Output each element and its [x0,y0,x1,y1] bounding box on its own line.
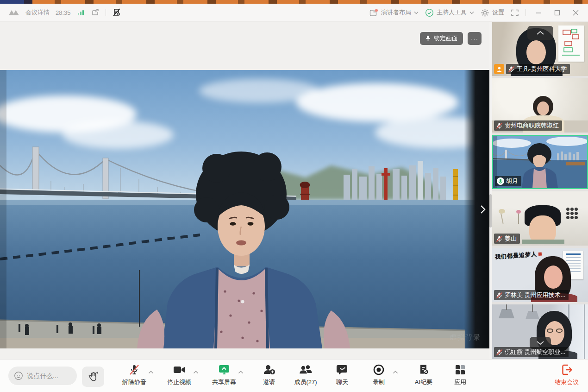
participant-tile[interactable]: 姜山 [492,191,588,246]
participant-tile[interactable]: 王凡-贵州医科大学 [492,22,588,76]
co-host-badge [494,64,504,74]
background-window-strip [0,0,588,4]
apps-button[interactable]: 应用 [448,364,472,386]
layout-icon [369,9,378,17]
mic-muted-icon [496,292,503,299]
quick-message-box[interactable] [8,367,77,385]
meeting-window: 会议详情 28:35 [0,0,588,392]
participant-tile[interactable]: 贵州电商职院韩淑红 [492,78,588,133]
pin-view-button[interactable]: 锁定画面 [420,32,463,45]
ai-notes-off-icon[interactable] [112,8,121,17]
scrollbar-thumb[interactable] [489,194,492,228]
record-button[interactable]: 录制 [367,364,391,386]
close-button[interactable] [569,6,582,19]
raise-hand-button[interactable] [82,367,104,387]
invite-person-icon [263,364,275,376]
end-meeting-button[interactable]: 结束会议 [555,364,579,386]
minimize-button[interactable] [532,6,544,19]
record-icon [373,364,385,376]
participants-sidebar: 王凡-贵州医科大学 贵州电商职院韩淑红 [492,22,588,359]
share-screen-options-caret[interactable] [237,367,244,376]
leave-meeting-icon [561,364,573,376]
fullscreen-icon[interactable] [511,9,519,17]
meeting-timer: 28:35 [56,9,71,16]
titlebar-divider [106,9,106,16]
host-tools-button[interactable]: 主持人工具 [425,8,474,17]
main-stage: 锁定画面 ··· [0,22,489,359]
virtual-background-art [0,70,489,348]
chat-bubble-icon [336,364,349,376]
settings-button[interactable]: 设置 [481,8,504,17]
shield-check-icon [425,8,434,17]
invite-button[interactable]: 邀请 [257,364,281,386]
record-options-caret[interactable] [392,367,399,376]
mic-muted-icon [496,122,503,129]
next-page-chevron[interactable] [478,202,488,216]
emoji-icon[interactable] [14,371,23,380]
participant-name-label: 王凡-贵州医科大学 [506,64,570,74]
stop-video-options-caret[interactable] [192,367,200,376]
members-icon [299,364,313,376]
camera-icon [173,364,186,376]
chevron-down-icon [414,11,419,14]
titlebar-divider [525,9,526,16]
mic-muted-icon [496,235,503,242]
wall-calligraphy-text: 我们都是追梦人 [495,250,542,261]
screen-share-icon [218,364,231,376]
participant-name-label: 倪虹霞 贵州航空职业... [494,347,569,357]
gear-icon [481,8,489,17]
virtual-background-watermark: 虚拟背景 [450,333,481,342]
stage-more-button[interactable]: ··· [468,32,482,45]
chat-button[interactable]: 聊天 [330,364,354,386]
participant-name-label: 贵州电商职院韩淑红 [494,120,562,131]
chevron-down-icon [469,11,474,14]
ai-notes-button[interactable]: AI纪要 [412,364,436,386]
maximize-button[interactable] [551,6,563,19]
layout-switch-button[interactable]: 演讲者布局 [369,8,419,17]
bottom-toolbar: 解除静音 停止视频 [0,359,588,392]
unmute-button[interactable]: 解除静音 [122,364,146,386]
quick-message-input[interactable] [27,372,69,379]
settings-label: 设置 [492,8,504,17]
unmute-options-caret[interactable] [147,367,155,376]
stop-video-button[interactable]: 停止视频 [167,364,191,386]
network-signal-icon [77,9,85,16]
active-speaker-video: 虚拟背景 [0,70,489,348]
app-logo-icon [8,9,19,16]
participant-tile-active-speaker[interactable]: 胡月 [492,135,588,189]
share-screen-button[interactable]: 共享屏幕 [212,364,236,386]
ai-notes-icon [418,364,430,376]
members-button[interactable]: 成员(27) [294,364,318,386]
person-icon [496,66,502,72]
participant-name-label: 罗林美 贵州应用技术... [494,290,569,300]
pin-icon [425,35,431,42]
participant-name-label: 姜山 [494,234,520,244]
mic-active-icon [497,177,504,185]
mic-muted-icon [496,349,503,356]
meeting-details-link[interactable]: 会议详情 [25,8,50,17]
participant-tile[interactable]: 我们都是追梦人 罗林美 贵州应用技术... [492,248,588,302]
layout-label: 演讲者布局 [381,8,411,17]
mic-muted-icon [508,66,515,73]
sidebar-collapse-up-button[interactable] [527,26,553,40]
host-tools-label: 主持人工具 [437,8,467,17]
raise-hand-icon [87,371,99,383]
open-external-icon[interactable] [91,9,100,16]
titlebar: 会议详情 28:35 [0,4,588,22]
participant-tile[interactable]: 倪虹霞 贵州航空职业... [492,304,588,359]
mic-muted-icon [128,364,140,376]
participant-name-label: 胡月 [495,176,521,186]
apps-grid-icon [454,364,466,376]
